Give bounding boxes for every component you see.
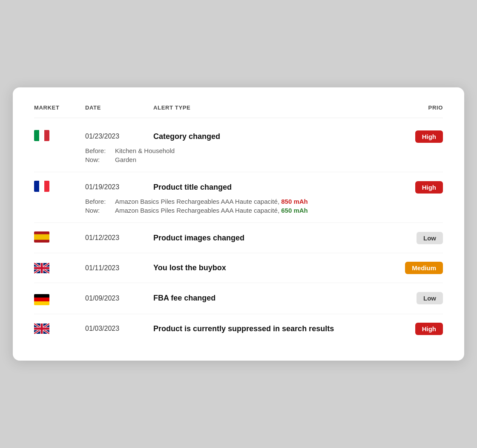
- detail-row: Before: Amazon Basics Piles Rechargeable…: [85, 198, 443, 205]
- alert-main: 01/03/2023 Product is currently suppress…: [34, 323, 443, 335]
- detail-label: Now:: [85, 207, 115, 214]
- col-date-header: DATE: [85, 104, 153, 111]
- alert-row: 01/23/2023 Category changed High Before:…: [34, 121, 443, 172]
- market-flag-uk: [34, 263, 85, 274]
- alert-type-label: Category changed: [153, 132, 383, 141]
- alert-date: 01/23/2023: [85, 133, 153, 140]
- alert-main: 01/19/2023 Product title changed High: [34, 181, 443, 194]
- market-flag-france: [34, 181, 85, 194]
- alert-row: 01/12/2023 Product images changed Low: [34, 223, 443, 253]
- priority-badge: Medium: [405, 262, 443, 274]
- detail-value: Garden: [115, 156, 136, 163]
- alert-type-label: Product images changed: [153, 234, 383, 243]
- priority-col: High: [383, 181, 443, 194]
- detail-row: Now: Garden: [85, 156, 443, 163]
- detail-row: Now: Amazon Basics Piles Rechargeables A…: [85, 207, 443, 214]
- market-flag-germany: [34, 292, 85, 305]
- priority-badge: Low: [417, 232, 443, 244]
- priority-col: Medium: [383, 262, 443, 274]
- highlight-before: 850 mAh: [281, 198, 308, 205]
- alert-row: 01/09/2023 FBA fee changed Low: [34, 283, 443, 314]
- alert-date: 01/12/2023: [85, 234, 153, 242]
- priority-badge: High: [415, 181, 443, 194]
- alert-type-label: Product is currently suppressed in searc…: [153, 324, 383, 333]
- alert-date: 01/09/2023: [85, 295, 153, 302]
- detail-label: Before:: [85, 147, 115, 154]
- priority-col: High: [383, 323, 443, 335]
- highlight-now: 650 mAh: [281, 207, 308, 214]
- alert-main: 01/09/2023 FBA fee changed Low: [34, 292, 443, 305]
- alert-type-label: FBA fee changed: [153, 294, 383, 303]
- priority-badge: High: [415, 130, 443, 143]
- alert-row: 01/03/2023 Product is currently suppress…: [34, 314, 443, 344]
- priority-col: Low: [383, 232, 443, 244]
- alert-details: Before: Amazon Basics Piles Rechargeable…: [34, 198, 443, 214]
- detail-value: Amazon Basics Piles Rechargeables AAA Ha…: [115, 207, 308, 214]
- detail-label: Now:: [85, 156, 115, 163]
- detail-value: Amazon Basics Piles Rechargeables AAA Ha…: [115, 198, 308, 205]
- detail-label: Before:: [85, 198, 115, 205]
- priority-col: High: [383, 130, 443, 143]
- priority-badge: Low: [417, 292, 443, 304]
- alert-main: 01/23/2023 Category changed High: [34, 130, 443, 143]
- market-flag-uk: [34, 323, 85, 334]
- alert-main: 01/12/2023 Product images changed Low: [34, 231, 443, 244]
- priority-badge: High: [415, 323, 443, 335]
- table-header: MARKET DATE ALERT TYPE PRIO: [34, 104, 443, 118]
- priority-col: Low: [383, 292, 443, 304]
- alert-type-label: You lost the buybox: [153, 263, 383, 272]
- alert-details: Before: Kitchen & Household Now: Garden: [34, 147, 443, 163]
- alert-type-label: Product title changed: [153, 183, 383, 192]
- alert-date: 01/11/2023: [85, 264, 153, 272]
- svg-rect-1: [34, 234, 49, 240]
- col-prio-header: PRIO: [383, 104, 443, 111]
- alert-row: 01/19/2023 Product title changed High Be…: [34, 172, 443, 223]
- detail-row: Before: Kitchen & Household: [85, 147, 443, 154]
- market-flag-spain: [34, 231, 85, 244]
- market-flag-italy: [34, 130, 85, 143]
- alert-row: 01/11/2023 You lost the buybox Medium: [34, 253, 443, 283]
- alerts-card: MARKET DATE ALERT TYPE PRIO 01/23/2023 C…: [13, 87, 464, 360]
- col-market-header: MARKET: [34, 104, 85, 111]
- alert-main: 01/11/2023 You lost the buybox Medium: [34, 262, 443, 274]
- alert-date: 01/19/2023: [85, 183, 153, 191]
- detail-value: Kitchen & Household: [115, 147, 175, 154]
- alert-date: 01/03/2023: [85, 325, 153, 332]
- col-alert-type-header: ALERT TYPE: [153, 104, 383, 111]
